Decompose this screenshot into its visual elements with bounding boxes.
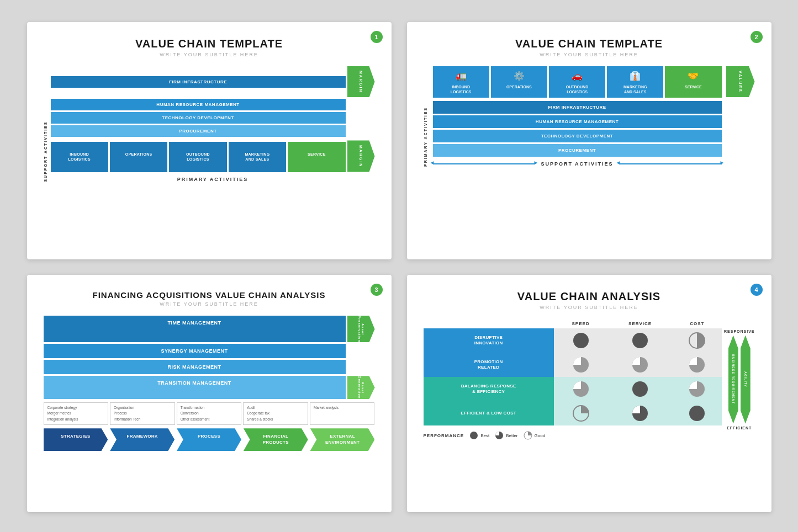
slide-4: 4 VALUE CHAIN ANALYSIS WRITE YOUR SUBTIT… <box>407 275 771 512</box>
arrow-strategies: STRATEGIES <box>44 428 108 451</box>
vc2-cell-3: 🚗OUTBOUNDLOGISTICS <box>549 66 605 98</box>
vc2-primary-row: 🚛INBOUNDLOGISTICS ⚙️OPERATIONS 🚗OUTBOUND… <box>433 66 722 98</box>
performance-label: PERFORMANCE <box>424 433 464 438</box>
support-row-3: TECHNOLOGY DEVELOPMENT <box>51 112 375 124</box>
slide-number-1: 1 <box>371 31 383 43</box>
slide2-subtitle: WRITE YOUR SUBTITLE HERE <box>424 52 755 57</box>
pie-chart-4-3 <box>688 405 706 422</box>
pie-4-3 <box>673 401 722 425</box>
slide2-title: VALUE CHAIN TEMPLATE <box>424 38 755 50</box>
vc4-row-3: BALANCING RESPONSE& EFFICIENCY <box>424 377 722 401</box>
vc2-layout: PRIMARY ACTIVITIES 🚛INBOUNDLOGISTICS ⚙️O… <box>424 66 755 167</box>
vc4-table-wrap: SPEED SERVICE COST DISRUPTIVEINNOVATION <box>424 319 722 440</box>
svg-point-12 <box>470 432 478 439</box>
pie-4-1 <box>554 401 607 425</box>
arrow-financial: FINANCIALPRODUCTS <box>244 428 308 451</box>
vc3-bar-row-4: TRANSITION MANAGEMENT AssetGeneration <box>44 376 375 399</box>
vc3-bar-3: RISK MANAGEMENT <box>44 360 346 374</box>
vc1-primary-section: INBOUNDLOGISTICS OPERATIONS OUTBOUNDLOGI… <box>51 140 375 172</box>
slide-number-2: 2 <box>751 31 763 43</box>
pie-chart-3-2 <box>631 380 649 398</box>
primary-cell-2: OPERATIONS <box>110 142 167 172</box>
pie-chart-1-2 <box>631 332 649 349</box>
support-bar-4: PROCUREMENT <box>51 125 346 137</box>
slide1-support-label: SUPPORT ACTIVITIES <box>44 66 47 182</box>
pie-chart-4-2 <box>631 405 649 422</box>
arrow-framework: FRAMEWORK <box>110 428 175 451</box>
vc2-support-3: TECHNOLOGY DEVELOPMENT <box>433 130 722 142</box>
svg-point-1 <box>632 333 648 348</box>
legend-best-label: Best <box>480 433 489 438</box>
vc2-main: 🚛INBOUNDLOGISTICS ⚙️OPERATIONS 🚗OUTBOUND… <box>433 66 722 167</box>
legend-better-icon <box>495 431 504 440</box>
slide-number-3: 3 <box>371 284 383 296</box>
pie-chart-4-1 <box>572 405 590 422</box>
col-service: SERVICE <box>607 319 672 328</box>
pie-1-2 <box>607 328 672 353</box>
slide2-primary-label: PRIMARY ACTIVITIES <box>424 66 427 167</box>
vc1-primary-cells: INBOUNDLOGISTICS OPERATIONS OUTBOUNDLOGI… <box>51 142 346 172</box>
vc4-arrows-group: BUSINESS REQUIREMENT AGILITY <box>728 336 751 424</box>
primary-cell-1: INBOUNDLOGISTICS <box>51 142 108 172</box>
vc3-bar-row-2: SYNERGY MANAGEMENT <box>44 344 375 358</box>
slide3-subtitle: WRITE YOUR SUBTITLE HERE <box>44 301 375 307</box>
vc2-cell-2: ⚙️OPERATIONS <box>491 66 547 98</box>
arrow-external: EXTERNALENVIRONMENT <box>310 428 375 451</box>
vc4-label-1: DISRUPTIVEINNOVATION <box>424 328 554 353</box>
support-row-4: PROCUREMENT <box>51 125 375 137</box>
margin-arrow-2: MARGIN <box>347 140 375 172</box>
legend-best-icon <box>469 431 478 440</box>
pie-chart-1-3 <box>688 332 706 349</box>
vc2-arrow2 <box>619 163 722 164</box>
vc3-sub-2: OrganizationProcessInformation Tech <box>110 402 175 425</box>
truck-icon: 🚛 <box>435 71 487 82</box>
label-efficient: EFFICIENT <box>727 426 752 430</box>
vc3-layout: TIME MANAGEMENT AssetPreservation SYNERG… <box>44 316 375 451</box>
vc4-layout: SPEED SERVICE COST DISRUPTIVEINNOVATION <box>424 319 755 440</box>
vc2-bottom-row: SUPPORT ACTIVITIES <box>433 161 722 167</box>
arrow-agility: AGILITY <box>741 336 751 424</box>
vc3-bar-2: SYNERGY MANAGEMENT <box>44 344 346 358</box>
vc2-right: VALUES <box>724 66 755 167</box>
pie-1-3 <box>673 328 722 353</box>
pie-1-1 <box>554 328 607 353</box>
agility-label: AGILITY <box>744 371 747 387</box>
svg-point-7 <box>632 381 648 397</box>
svg-point-11 <box>689 406 705 421</box>
vc3-sub-1: Corporate strategyMerger metricsIntegrat… <box>44 402 109 425</box>
pie-chart-2-2 <box>631 356 649 374</box>
vc2-support-2: HUMAN RESOURCE MANAGEMENT <box>433 115 722 128</box>
primary-cell-5: SERVICE <box>288 142 345 172</box>
vc4-table: SPEED SERVICE COST DISRUPTIVEINNOVATION <box>424 319 722 425</box>
vc4-label-3: BALANCING RESPONSE& EFFICIENCY <box>424 377 554 401</box>
pie-chart-2-1 <box>572 356 590 374</box>
slide3-title: FINANCING ACQUISITIONS VALUE CHAIN ANALY… <box>44 290 375 300</box>
vc3-main: TIME MANAGEMENT AssetPreservation SYNERG… <box>44 316 375 451</box>
vc4-label-4: EFFICIENT & LOW COST <box>424 401 554 425</box>
vc2-cell-4: 👔MARKETINGAND SALES <box>607 66 663 98</box>
pie-2-2 <box>607 353 672 377</box>
slide-1: 1 VALUE CHAIN TEMPLATE WRITE YOUR SUBTIT… <box>27 22 392 259</box>
vc3-bars: TIME MANAGEMENT AssetPreservation SYNERG… <box>44 316 375 399</box>
legend-good-icon <box>524 431 532 440</box>
vc4-label-2: PROMOTIONRELATED <box>424 353 554 377</box>
legend-good: Good <box>524 431 546 440</box>
legend-best: Best <box>469 431 489 440</box>
arrow-business-req: BUSINESS REQUIREMENT <box>728 336 738 424</box>
support-row-1: FIRM INFRASTRUCTURE MARGIN <box>51 66 375 97</box>
pie-4-2 <box>607 401 672 425</box>
service-icon: 🤝 <box>667 71 719 82</box>
vc4-header: SPEED SERVICE COST <box>424 319 722 328</box>
vc1-container: SUPPORT ACTIVITIES FIRM INFRASTRUCTURE M… <box>44 66 375 182</box>
vc3-bar-row-3: RISK MANAGEMENT <box>44 360 375 374</box>
arrow-line <box>433 163 536 164</box>
svg-point-0 <box>573 333 589 348</box>
support-bar-2: HUMAN RESOURCE MANAGEMENT <box>51 99 346 110</box>
performance-legend: PERFORMANCE Best Better Good <box>424 431 722 440</box>
slides-grid: 1 VALUE CHAIN TEMPLATE WRITE YOUR SUBTIT… <box>5 0 794 532</box>
support-bar-3: TECHNOLOGY DEVELOPMENT <box>51 112 346 124</box>
vc4-row-1: DISRUPTIVEINNOVATION <box>424 328 722 353</box>
vc2-support-rows: FIRM INFRASTRUCTURE HUMAN RESOURCE MANAG… <box>433 101 722 157</box>
pie-3-2 <box>607 377 672 401</box>
vc3-sub-5: Market analysis <box>310 402 375 425</box>
